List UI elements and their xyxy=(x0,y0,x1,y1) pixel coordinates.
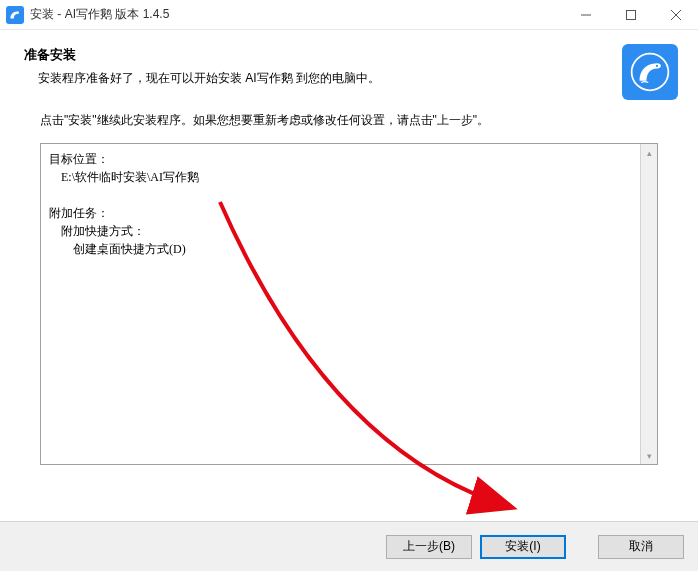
wizard-header: 准备安装 安装程序准备好了，现在可以开始安装 AI写作鹅 到您的电脑中。 xyxy=(0,30,698,102)
window-controls xyxy=(563,0,698,30)
scroll-up-icon: ▴ xyxy=(641,144,657,161)
wizard-body: 点击"安装"继续此安装程序。如果您想要重新考虑或修改任何设置，请点击"上一步"。… xyxy=(0,112,698,465)
close-button[interactable] xyxy=(653,0,698,30)
back-button[interactable]: 上一步(B) xyxy=(386,535,472,559)
app-icon-small xyxy=(6,6,24,24)
summary-panel: 目标位置： E:\软件临时安装\AI写作鹅 附加任务： 附加快捷方式： 创建桌面… xyxy=(40,143,658,465)
dest-path: E:\软件临时安装\AI写作鹅 xyxy=(61,170,199,184)
shortcuts-label: 附加快捷方式： xyxy=(61,224,145,238)
vertical-scrollbar[interactable]: ▴ ▾ xyxy=(640,144,657,464)
window-title: 安装 - AI写作鹅 版本 1.4.5 xyxy=(30,6,563,23)
instruction-text: 点击"安装"继续此安装程序。如果您想要重新考虑或修改任何设置，请点击"上一步"。 xyxy=(40,112,658,129)
page-title: 准备安装 xyxy=(24,46,674,64)
summary-text: 目标位置： E:\软件临时安装\AI写作鹅 附加任务： 附加快捷方式： 创建桌面… xyxy=(41,144,657,264)
svg-point-6 xyxy=(656,65,658,67)
svg-point-0 xyxy=(17,12,18,13)
title-bar: 安装 - AI写作鹅 版本 1.4.5 xyxy=(0,0,698,30)
install-button[interactable]: 安装(I) xyxy=(480,535,566,559)
minimize-button[interactable] xyxy=(563,0,608,30)
shortcut-item: 创建桌面快捷方式(D) xyxy=(73,242,186,256)
maximize-button[interactable] xyxy=(608,0,653,30)
dest-label: 目标位置： xyxy=(49,152,109,166)
page-subtitle: 安装程序准备好了，现在可以开始安装 AI写作鹅 到您的电脑中。 xyxy=(24,70,674,87)
tasks-label: 附加任务： xyxy=(49,206,109,220)
svg-rect-2 xyxy=(626,10,635,19)
wizard-button-bar: 上一步(B) 安装(I) 取消 xyxy=(0,521,698,571)
app-logo xyxy=(622,44,678,100)
cancel-button[interactable]: 取消 xyxy=(598,535,684,559)
svg-point-5 xyxy=(632,54,669,91)
scroll-down-icon: ▾ xyxy=(641,447,657,464)
